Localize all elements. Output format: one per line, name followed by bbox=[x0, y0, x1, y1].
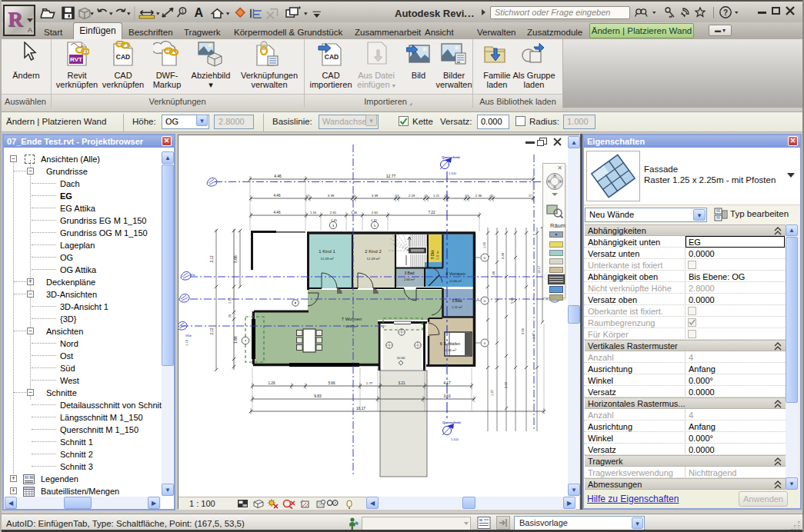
svg-text:CAD: CAD bbox=[116, 53, 130, 61]
svg-text:2.60: 2.60 bbox=[521, 328, 525, 334]
svg-text:1:100: 1:100 bbox=[451, 437, 459, 441]
svg-text:11.66 m²: 11.66 m² bbox=[444, 348, 456, 352]
svg-text:1.66: 1.66 bbox=[233, 336, 238, 344]
svg-text:11: 11 bbox=[490, 195, 493, 198]
svg-text:2.60: 2.60 bbox=[504, 381, 508, 388]
svg-text:11: 11 bbox=[425, 195, 428, 198]
svg-text:4.46: 4.46 bbox=[274, 194, 281, 198]
svg-text:2.48: 2.48 bbox=[492, 271, 495, 278]
svg-text:1.37: 1.37 bbox=[532, 332, 535, 339]
svg-text:2.11 m²: 2.11 m² bbox=[452, 305, 462, 309]
svg-text:Wkb: Wkb bbox=[185, 334, 192, 337]
svg-text:3.21: 3.21 bbox=[399, 381, 405, 385]
svg-text:1.16: 1.16 bbox=[310, 211, 317, 214]
svg-text:1 Kind 1: 1 Kind 1 bbox=[319, 249, 335, 254]
svg-text:A: A bbox=[194, 5, 203, 19]
svg-text:1.21: 1.21 bbox=[433, 194, 440, 198]
svg-text:2.61: 2.61 bbox=[330, 211, 337, 214]
svg-text:1.27: 1.27 bbox=[490, 389, 494, 396]
svg-text:1.11 m²: 1.11 m² bbox=[436, 250, 439, 260]
svg-text:RVT: RVT bbox=[70, 56, 82, 63]
svg-text:10.66: 10.66 bbox=[397, 356, 405, 360]
svg-text:4.46: 4.46 bbox=[274, 211, 281, 214]
svg-text:17: 17 bbox=[529, 195, 532, 198]
svg-text:4 Vorraum: 4 Vorraum bbox=[445, 271, 465, 276]
svg-text:1:100: 1:100 bbox=[449, 171, 457, 175]
svg-text:11: 11 bbox=[352, 195, 355, 198]
svg-text:7 Wohnen: 7 Wohnen bbox=[342, 317, 362, 321]
svg-text:2.48: 2.48 bbox=[501, 252, 505, 259]
svg-text:2 Kind 2: 2 Kind 2 bbox=[365, 249, 381, 254]
svg-text:?: ? bbox=[723, 8, 728, 17]
svg-text:2.12: 2.12 bbox=[210, 328, 214, 334]
svg-text:12.17: 12.17 bbox=[537, 265, 541, 274]
svg-text:1.77: 1.77 bbox=[366, 381, 373, 385]
svg-text:CAD: CAD bbox=[325, 53, 339, 61]
svg-text:9.83: 9.83 bbox=[314, 394, 322, 398]
svg-text:2.18: 2.18 bbox=[229, 298, 232, 303]
svg-text:26: 26 bbox=[229, 314, 232, 318]
svg-text:2.66 m²: 2.66 m² bbox=[404, 278, 415, 281]
svg-text:11: 11 bbox=[445, 195, 448, 198]
svg-text:12.49 m²: 12.49 m² bbox=[321, 257, 335, 261]
svg-text:17: 17 bbox=[395, 195, 399, 198]
svg-text:Whb: Whb bbox=[189, 274, 195, 277]
svg-text:2.19: 2.19 bbox=[409, 194, 415, 198]
svg-text:1.12: 1.12 bbox=[185, 339, 188, 346]
svg-text:1.60: 1.60 bbox=[482, 241, 486, 248]
svg-text:1.26: 1.26 bbox=[269, 381, 275, 385]
svg-text:12.49 m²: 12.49 m² bbox=[367, 257, 381, 261]
svg-text:5.06: 5.06 bbox=[510, 297, 514, 304]
svg-text:17: 17 bbox=[306, 195, 309, 198]
svg-text:1: 1 bbox=[181, 8, 184, 14]
svg-text:12.66 m²: 12.66 m² bbox=[449, 279, 462, 283]
svg-text:3.63: 3.63 bbox=[444, 394, 451, 398]
svg-text:4.46: 4.46 bbox=[274, 174, 282, 178]
svg-text:5.66: 5.66 bbox=[233, 255, 238, 263]
svg-text:8 Dkk: 8 Dkk bbox=[431, 249, 435, 258]
svg-text:5.66: 5.66 bbox=[329, 381, 335, 385]
svg-text:1.36: 1.36 bbox=[351, 211, 358, 214]
svg-text:2.12: 2.12 bbox=[210, 255, 214, 262]
svg-text:Querschnitt: Querschnitt bbox=[442, 421, 461, 424]
svg-text:2.61: 2.61 bbox=[372, 211, 379, 214]
svg-text:17: 17 bbox=[465, 195, 469, 198]
svg-text:5 Bad: 5 Bad bbox=[452, 298, 462, 303]
svg-text:3.39: 3.39 bbox=[372, 194, 379, 198]
svg-text:12.77: 12.77 bbox=[386, 174, 396, 178]
svg-text:3 Bad: 3 Bad bbox=[404, 271, 414, 275]
svg-text:6 Schlafen: 6 Schlafen bbox=[440, 341, 460, 346]
svg-text:3.39: 3.39 bbox=[328, 194, 335, 198]
svg-text:2.36: 2.36 bbox=[475, 194, 482, 198]
svg-text:16.17: 16.17 bbox=[356, 407, 365, 411]
svg-text:7.22: 7.22 bbox=[429, 211, 435, 214]
svg-text:66.47 m²: 66.47 m² bbox=[345, 324, 358, 328]
svg-text:4.17: 4.17 bbox=[444, 381, 451, 385]
